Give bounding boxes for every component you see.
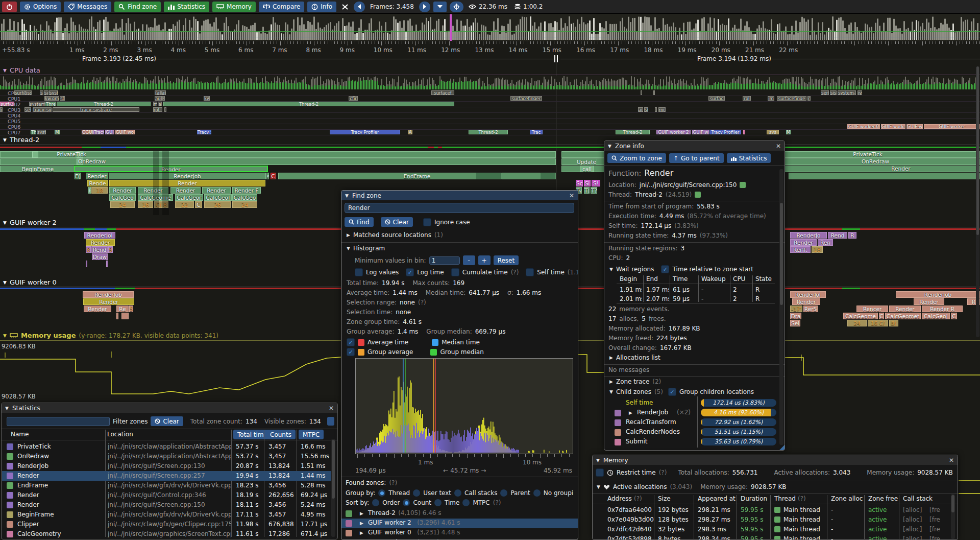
free-callstack[interactable]: [fre <box>929 535 940 540</box>
wait-col[interactable]: Begin <box>620 275 637 283</box>
wait-col[interactable]: State <box>755 275 772 283</box>
child-zone-name[interactable]: Submit <box>626 438 648 445</box>
decrement-button[interactable]: - <box>463 255 475 265</box>
child-zone-row[interactable]: Submit35.63 us (0.79%) <box>604 437 778 447</box>
collapse-icon[interactable]: ▼ <box>5 406 9 411</box>
zone-name[interactable]: CalcGeometry <box>17 530 104 537</box>
table-row[interactable]: CalcGeometryjni/../jni/src/claw/graphics… <box>2 529 331 539</box>
zone-name[interactable]: BeginFrame <box>17 511 104 518</box>
collapse-icon[interactable]: ▼ <box>608 144 611 149</box>
alloc-address[interactable]: 0x7dfc42d640 <box>607 526 652 533</box>
child-zone-row[interactable]: CalcRenderNodes51.51 us (1.15%) <box>604 428 778 437</box>
go-to-parent-button[interactable]: ↑Go to parent <box>669 153 724 163</box>
col-location[interactable]: Location <box>107 431 133 438</box>
group-children-checkbox[interactable]: ✓ <box>668 388 676 396</box>
zone-name[interactable]: EndFrame <box>17 482 104 489</box>
found-zone-group[interactable]: ▶GUIF worker 2(3,296) 4.61 s <box>341 519 578 528</box>
resize-grip[interactable] <box>778 444 785 451</box>
zone-location[interactable]: jni/../jni/src/claw/gfx/drv/vk/DriverVk.… <box>108 482 231 489</box>
table-row[interactable]: Renderjni/../jni/src/guif/Screen.cpp:257… <box>2 471 331 481</box>
table-row[interactable]: OnRedrawjni/../jni/src/claw/application/… <box>2 452 331 461</box>
help-icon[interactable]: (?) <box>798 495 806 502</box>
histogram-range[interactable]: ← 45.72 ms → <box>443 467 486 474</box>
alloc-thread[interactable]: Main thread <box>783 506 820 513</box>
expand-icon[interactable]: ▶ <box>360 530 363 535</box>
collapse-icon[interactable]: ▼ <box>597 484 600 489</box>
wait-col[interactable]: CPU <box>733 275 745 283</box>
cumulate-time-checkbox[interactable] <box>451 268 459 276</box>
table-row[interactable]: Renderjni/../jni/src/guif/Control.cpp:34… <box>2 490 331 500</box>
increment-button[interactable]: + <box>478 255 491 265</box>
zone-name[interactable]: PrivateTick <box>17 443 104 450</box>
self-time-checkbox[interactable] <box>526 268 534 276</box>
restrict-time-checkbox[interactable] <box>596 468 604 477</box>
zone-info-scrollbar[interactable] <box>779 169 783 445</box>
allocations-list-label[interactable]: Allocations list <box>616 354 660 361</box>
radio-order[interactable] <box>372 499 379 506</box>
zone-location[interactable]: jni/../jni/src/claw/gfx/geo/Clipper.cpp:… <box>108 521 231 528</box>
free-callstack[interactable]: [fre <box>929 516 940 523</box>
clear-button[interactable]: Clear <box>381 217 413 227</box>
timeline-scrollbar[interactable] <box>976 66 979 337</box>
zone-location[interactable]: jni/../jni/src/guif/Screen.cpp:130 <box>108 462 231 469</box>
radio-parent[interactable] <box>500 489 507 497</box>
filter-input[interactable] <box>7 417 110 426</box>
memory-table-row[interactable]: 0x7dfc42d64032 bytes298.3 ms59.95 sMain … <box>593 525 958 534</box>
thread-value[interactable]: Thread-2 <box>635 191 663 198</box>
table-row[interactable]: Clipperjni/../jni/src/claw/gfx/geo/Clipp… <box>2 520 331 529</box>
search-input[interactable]: Render <box>345 203 574 213</box>
active-allocations-label[interactable]: Active allocations <box>613 483 667 490</box>
table-row[interactable]: Renderjni/../jni/src/guif/Screen.cpp:150… <box>2 500 331 510</box>
zone-trace-label[interactable]: Zone trace <box>616 378 649 385</box>
alloc-thread[interactable]: Main thread <box>783 516 820 523</box>
statistics-titlebar[interactable]: ▼ Statistics ✕ <box>2 403 337 413</box>
child-zones-label[interactable]: Child zones <box>616 388 651 395</box>
zone-location[interactable]: jni/../jni/src/guif/Screen.cpp:150 <box>108 501 231 508</box>
alloc-thread[interactable]: Main thread <box>783 535 820 540</box>
radio-no-groupi[interactable] <box>533 489 541 497</box>
memory-table-row[interactable]: 0x7dfaa64e00192 bytes298.21 ms59.95 sMai… <box>593 505 958 515</box>
mem-col[interactable]: Call stack <box>903 495 933 502</box>
free-callstack[interactable]: [fre <box>929 506 940 513</box>
alloc-callstack[interactable]: [alloc] <box>903 506 922 513</box>
find-button[interactable]: Find <box>345 217 374 227</box>
mem-col[interactable]: Size <box>658 495 671 502</box>
histogram-section-label[interactable]: Histogram <box>353 245 385 252</box>
group-name[interactable]: Thread-2 <box>368 509 396 516</box>
collapse-icon[interactable]: ▼ <box>609 389 613 394</box>
statistics-button[interactable]: Statistics <box>727 153 771 163</box>
col-name[interactable]: Name <box>11 431 29 438</box>
zone-location[interactable]: jni/../jni/src/guif/Screen.cpp:257 <box>108 472 231 479</box>
free-callstack[interactable]: [fre <box>929 526 940 533</box>
memory-titlebar[interactable]: ▼ Memory ✕ <box>593 455 958 465</box>
child-zone-name[interactable]: RenderJob <box>637 409 668 416</box>
table-row[interactable]: PrivateTickjni/../jni/src/claw/applicati… <box>2 442 331 452</box>
memory-table-row[interactable]: 0x7e049b3d00128 bytes298.27 ms59.95 sMai… <box>593 515 958 525</box>
location-value[interactable]: jni/../jni/src/guif/Screen.cpp:150 <box>640 181 737 189</box>
show-avg-checkbox[interactable]: ✓ <box>347 338 355 346</box>
memory-table-row[interactable]: 0x7dfc53d8988 bytes298.34 ms59.95 sMain … <box>593 534 958 540</box>
found-zone-group[interactable]: ▶GUIF worker 1(3,192) 4.39 s <box>341 538 578 540</box>
alloc-address[interactable]: 0x7e049b3d00 <box>607 516 654 523</box>
clear-filter-button[interactable]: Clear <box>151 416 183 426</box>
zone-name[interactable]: OnRedraw <box>17 453 104 460</box>
radio-call-stacks[interactable] <box>454 489 461 497</box>
help-icon[interactable]: (?) <box>659 469 667 476</box>
show-group-checkbox[interactable]: ✓ <box>347 348 355 356</box>
wait-col[interactable]: End <box>646 275 658 283</box>
expand-icon[interactable]: ▶ <box>609 379 613 384</box>
found-zone-group[interactable]: ▶GUIF worker 0(3,231) 4.48 s <box>341 528 578 538</box>
collapse-icon[interactable]: ▼ <box>596 458 600 463</box>
close-icon[interactable]: ✕ <box>776 143 781 150</box>
collapse-icon[interactable]: ▼ <box>609 267 613 272</box>
collapse-icon[interactable]: ▼ <box>347 246 350 251</box>
min-values-input[interactable]: 1 <box>429 256 460 265</box>
zone-info-titlebar[interactable]: ▼ Zone info ✕ <box>604 141 785 151</box>
mem-col[interactable]: Address <box>607 495 632 502</box>
alloc-address[interactable]: 0x7dfaa64e00 <box>607 506 652 513</box>
mem-col[interactable]: Thread <box>774 495 796 502</box>
memory-scrollbar[interactable] <box>951 494 955 539</box>
zoom-to-zone-button[interactable]: Zoom to zone <box>607 153 666 163</box>
child-zone-row[interactable]: ▶RenderJob(×2)4.16 ms (92.60%) <box>604 408 778 418</box>
alloc-callstack[interactable]: [alloc] <box>903 526 922 533</box>
